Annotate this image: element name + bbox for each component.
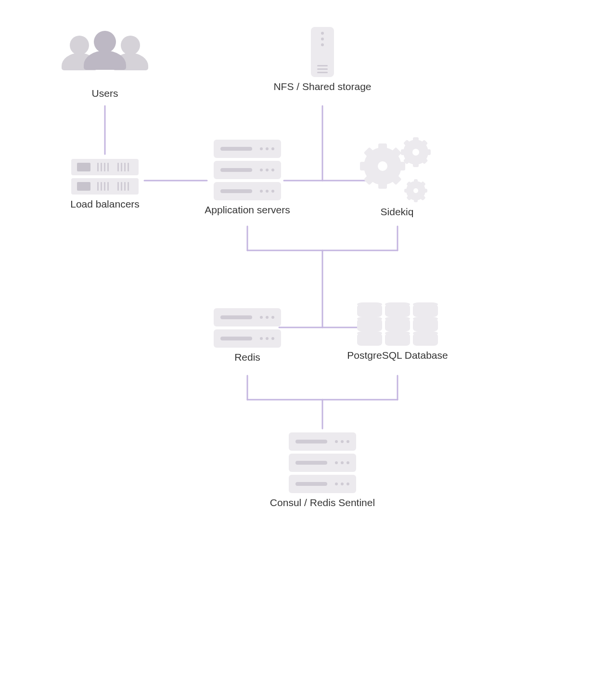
node-app-servers: Application servers xyxy=(214,140,281,216)
label-postgres: PostgreSQL Database xyxy=(347,350,448,361)
label-redis: Redis xyxy=(234,352,260,363)
node-users: Users xyxy=(62,31,148,99)
label-nfs: NFS / Shared storage xyxy=(273,81,371,92)
server-stack-icon xyxy=(214,308,281,348)
node-consul: Consul / Redis Sentinel xyxy=(289,432,356,508)
load-balancer-icon xyxy=(71,159,139,195)
diagram-connectors xyxy=(0,0,616,678)
database-cluster-icon xyxy=(357,304,438,346)
server-stack-icon xyxy=(289,432,356,493)
label-app-servers: Application servers xyxy=(205,204,290,216)
node-load-balancers: Load balancers xyxy=(71,159,139,210)
server-stack-icon xyxy=(214,140,281,200)
node-nfs: NFS / Shared storage xyxy=(270,27,375,92)
users-icon xyxy=(62,31,148,84)
label-users: Users xyxy=(92,88,118,99)
label-load-balancers: Load balancers xyxy=(70,198,140,210)
node-postgres: PostgreSQL Database xyxy=(356,304,439,361)
gears-icon xyxy=(361,140,433,202)
tower-icon xyxy=(311,27,334,77)
node-redis: Redis xyxy=(214,308,281,363)
node-sidekiq: Sidekiq xyxy=(361,140,433,218)
label-consul: Consul / Redis Sentinel xyxy=(270,497,375,508)
label-sidekiq: Sidekiq xyxy=(381,206,414,218)
